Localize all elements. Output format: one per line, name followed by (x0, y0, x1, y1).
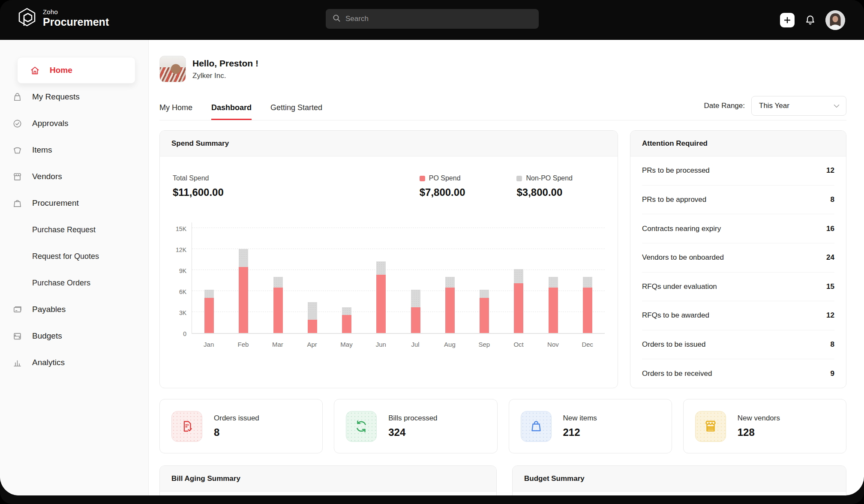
attention-row-rfqs-to-be-awarded[interactable]: RFQs to be awarded 12 (642, 301, 834, 330)
attention-row-orders-to-be-issued[interactable]: Orders to be issued 8 (642, 330, 834, 360)
attention-row-prs-to-be-approved[interactable]: PRs to be approved 8 (642, 186, 834, 215)
bar-group-aug (433, 228, 467, 333)
sidebar-item-request-for-quotes[interactable]: Request for Quotes (0, 243, 148, 270)
bar-group-oct (501, 228, 536, 333)
tab-dashboard[interactable]: Dashboard (211, 103, 252, 120)
search-input[interactable] (345, 15, 532, 23)
search-icon (333, 14, 341, 24)
attention-row-prs-to-be-processed[interactable]: PRs to be processed 12 (642, 156, 834, 186)
x-tick-label: Aug (432, 341, 467, 348)
attention-row-rfqs-under-evaluation[interactable]: RFQs under evaluation 15 (642, 273, 834, 302)
kpi-label: Orders issued (214, 414, 259, 423)
weight-bag-icon (521, 411, 552, 442)
date-range-control: Date Range: This Year (704, 96, 846, 120)
quick-add-button[interactable] (780, 13, 795, 27)
nonpo-spend-bar-segment (480, 290, 489, 298)
logo-procurement-text: Procurement (43, 16, 109, 28)
nonpo-spend-bar-segment (239, 249, 248, 267)
x-tick-label: May (329, 341, 363, 348)
user-avatar[interactable] (825, 10, 845, 30)
nonpo-spend-bar-segment (549, 277, 558, 288)
po-spend-legend-swatch (420, 176, 425, 181)
sidebar-item-purchase-request[interactable]: Purchase Request (0, 216, 148, 243)
sidebar-item-analytics[interactable]: Analytics (0, 349, 148, 376)
handbag-icon (12, 198, 22, 208)
sidebar-item-label: My Requests (32, 92, 80, 102)
sidebar-item-items[interactable]: Items (0, 137, 148, 163)
app-body: Home My Requests Approvals (0, 40, 864, 495)
x-tick-label: Jun (364, 341, 398, 348)
kpi-value: 8 (214, 426, 259, 438)
basket-icon (12, 145, 22, 155)
notifications-bell-icon[interactable] (804, 14, 816, 27)
spend-chart-xaxis: JanFebMarAprMayJunJulAugSepOctNovDec (192, 341, 605, 348)
date-range-select[interactable]: This Year (751, 96, 846, 116)
sidebar-item-vendors[interactable]: Vendors (0, 163, 148, 190)
bar-group-mar (261, 228, 295, 333)
new-vendors-card[interactable]: New vendors 128 (683, 399, 846, 453)
po-spend-bar-segment (411, 307, 420, 333)
attention-count: 12 (826, 311, 834, 320)
attention-row-orders-to-be-received[interactable]: Orders to be received 9 (642, 359, 834, 388)
topbar-actions (780, 0, 845, 40)
nonpo-spend-bar-segment (445, 277, 455, 288)
nonpo-spend-value: $3,800.00 (516, 186, 573, 198)
sidebar-item-label: Purchase Request (32, 225, 96, 234)
search-bar[interactable] (326, 9, 539, 29)
nonpo-spend-bar-segment (204, 290, 214, 298)
document-check-icon (171, 411, 202, 442)
total-spend-value: $11,600.00 (173, 186, 224, 198)
nonpo-spend-bar-segment (308, 302, 317, 320)
y-tick-label: 9K (179, 267, 186, 274)
bar-group-dec (570, 228, 605, 333)
po-spend-bar-segment (342, 315, 351, 333)
sidebar-item-purchase-orders[interactable]: Purchase Orders (0, 270, 148, 296)
sidebar-item-home[interactable]: Home (17, 57, 135, 84)
x-tick-label: Jan (192, 341, 226, 348)
sidebar-item-my-requests[interactable]: My Requests (0, 84, 148, 110)
nonpo-spend-bar-segment (583, 277, 592, 288)
orders-issued-card[interactable]: Orders issued 8 (159, 399, 323, 453)
app-window: Zoho Procurement (0, 0, 864, 504)
sidebar-item-payables[interactable]: Payables (0, 296, 148, 323)
card-icon (12, 304, 22, 315)
bar-group-may (330, 228, 364, 333)
bottom-cards-row: Bill Aging Summary Budget Summary (159, 465, 846, 495)
nonpo-spend-label: Non-PO Spend (526, 174, 573, 182)
sidebar-item-procurement[interactable]: Procurement (0, 190, 148, 216)
tab-my-home[interactable]: My Home (159, 103, 192, 120)
kpi-tiles-row: Orders issued 8 Bills processed 324 (159, 399, 846, 453)
po-spend-bar-segment (308, 320, 317, 333)
po-spend-bar-segment (583, 288, 592, 333)
zoho-procurement-logo[interactable]: Zoho Procurement (17, 7, 109, 29)
bar-group-jan (192, 228, 226, 333)
refresh-icon (346, 411, 377, 442)
sidebar-item-budgets[interactable]: Budgets (0, 323, 148, 349)
kpi-label: Bills processed (388, 414, 437, 423)
storefront-icon (12, 171, 22, 182)
budget-summary-card: Budget Summary (512, 465, 846, 495)
attention-row-vendors-to-be-onboarded[interactable]: Vendors to be onboarded 24 (642, 243, 834, 273)
x-tick-label: Feb (226, 341, 260, 348)
bills-processed-card[interactable]: Bills processed 324 (334, 399, 497, 453)
y-tick-label: 3K (179, 309, 186, 316)
nonpo-spend-stat: Non-PO Spend $3,800.00 (516, 174, 573, 198)
nonpo-spend-bar-segment (376, 261, 386, 275)
tab-getting-started[interactable]: Getting Started (270, 103, 322, 120)
x-tick-label: Apr (295, 341, 329, 348)
spend-chart-yaxis: 03K6K9K12K15K (173, 222, 192, 334)
po-spend-bar-segment (204, 298, 214, 333)
sidebar-item-label: Approvals (32, 119, 69, 128)
sidebar: Home My Requests Approvals (0, 40, 149, 495)
total-spend-label: Total Spend (173, 174, 224, 182)
sidebar-item-approvals[interactable]: Approvals (0, 110, 148, 137)
date-range-label: Date Range: (704, 102, 745, 110)
attention-row-contracts-nearing-expiry[interactable]: Contracts nearing expiry 16 (642, 214, 834, 243)
po-spend-stat: PO Spend $7,800.00 (420, 174, 465, 198)
sidebar-item-label: Request for Quotes (32, 252, 99, 261)
attention-count: 8 (831, 195, 834, 204)
new-items-card[interactable]: New items 212 (509, 399, 672, 453)
total-spend-stat: Total Spend $11,600.00 (173, 174, 224, 198)
bar-group-jul (399, 228, 433, 333)
x-tick-label: Dec (570, 341, 605, 348)
